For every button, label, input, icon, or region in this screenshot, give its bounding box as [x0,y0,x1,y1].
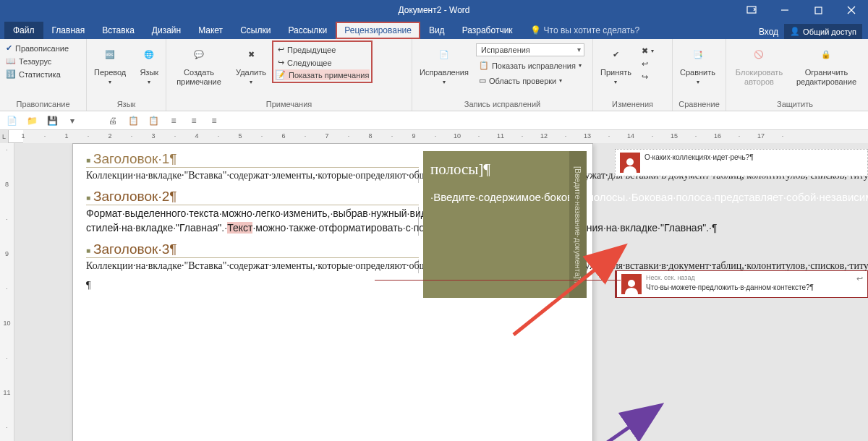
qat-open-icon[interactable]: 📁 [25,114,39,128]
horizontal-ruler[interactable]: L 1·1·2·3·4·5·6·7·8·9·10·11·12·13·14·15·… [0,130,868,143]
restrict-editing-button[interactable]: 🔒Ограничить редактирование [792,42,861,88]
reviewing-pane-label: Область проверки [489,77,556,85]
page: ■Заголовок·1¶ Коллекции·на·вкладке·"Вста… [72,143,593,441]
paragraph-3: Коллекции·на·вкладке·"Вставка"·содержат·… [86,260,419,273]
compare-label: Сравнить [680,68,715,77]
group-comments: 💬Создать примечание ✖Удалить▾ ↩Предыдуще… [166,39,412,111]
qat-paste-icon[interactable]: 📋 [146,114,161,128]
svg-point-6 [628,280,635,287]
next-change-icon: ↪ [642,72,648,82]
qat-alignright-icon[interactable]: ≡ [207,114,221,128]
tell-me-box[interactable]: 💡Что вы хотите сделать? [522,22,649,39]
comment-1[interactable]: О·каких·коллекциях·идет·речь?¶ [615,149,868,176]
comment-1-text: О·каких·коллекциях·идет·речь?¶ [644,153,754,162]
tab-design[interactable]: Дизайн [143,22,190,39]
sidebar-textbox[interactable]: полосы]¶ ·Введите·содержимое·боковой·пол… [423,151,586,298]
show-comments-label: Показать примечания [289,71,369,80]
prev-change-button[interactable]: ↩ [639,58,657,70]
next-icon: ↪ [278,58,284,67]
restrict-icon: 🔒 [814,43,838,67]
share-label: Общий доступ [803,27,856,36]
accept-button[interactable]: ✔Принять▾ [596,42,636,87]
tab-insert[interactable]: Вставка [93,22,143,39]
group-tracking: 📄Исправления▾ Исправления 📋Показать испр… [412,39,593,111]
language-button[interactable]: 🌐Язык▾ [133,42,165,87]
vertical-ruler[interactable]: ·8·9·10·11·12·13·14· [0,143,14,441]
comment-connector-line [375,280,621,281]
group-tracking-label: Запись исправлений [415,98,590,111]
block-authors-label: Блокировать авторов [733,68,785,87]
translate-button[interactable]: 🔤Перевод▾ [90,42,130,87]
tab-references[interactable]: Ссылки [231,22,279,39]
paragraph-2: Формат·выделенного·текста·можно·легко·из… [86,207,419,236]
track-changes-button[interactable]: 📄Исправления▾ [415,42,473,87]
qat-save-icon[interactable]: 💾 [45,114,59,128]
tab-view[interactable]: Вид [420,22,454,39]
share-button[interactable]: 👤Общий доступ [784,24,862,39]
comment-2-time: Неск. сек. назад [646,274,814,281]
tab-layout[interactable]: Макет [190,22,231,39]
thesaurus-label: Тезаурус [19,57,51,66]
show-markup-button[interactable]: 📋Показать исправления▾ [476,59,584,72]
reply-icon[interactable]: ↩ [856,274,863,283]
qat-copy-icon[interactable]: 📋 [126,114,140,128]
thesaurus-button[interactable]: 📖Тезаурус [3,55,72,67]
title-bar: Документ2 - Word [0,0,868,20]
workspace: ·8·9·10·11·12·13·14· ■Заголовок·1¶ Колле… [0,143,868,441]
ribbon-options-icon[interactable] [735,0,768,20]
delete-comment-button[interactable]: ✖Удалить▾ [231,42,271,87]
restrict-editing-label: Ограничить редактирование [796,68,856,87]
pane-icon: ▭ [479,76,486,85]
qat-aligncenter-icon[interactable]: ≡ [187,114,201,128]
tab-mailings[interactable]: Рассылки [279,22,336,39]
compare-icon: 📑 [686,43,710,67]
delete-comment-label: Удалить [236,68,266,77]
maximize-button[interactable] [801,0,835,20]
qat-alignleft-icon[interactable]: ≡ [166,114,181,128]
tab-review[interactable]: Рецензирование [336,22,420,39]
sidebar-title: полосы]¶ [430,155,579,184]
tab-file[interactable]: Файл [4,22,43,39]
group-language-label: Язык [90,98,163,111]
ribbon: ✔Правописание 📖Тезаурус 🔢Статистика Прав… [0,39,868,111]
display-review-combo[interactable]: Исправления [476,43,584,56]
ruler-corner: L [0,130,9,143]
empty-para: ¶ [86,279,419,293]
qat-new-icon[interactable]: 📄 [4,114,19,128]
signin-link[interactable]: Вход [759,27,778,37]
svg-point-5 [626,158,634,166]
next-comment-button[interactable]: ↪Следующее [275,56,370,69]
group-proofing: ✔Правописание 📖Тезаурус 🔢Статистика Прав… [0,39,87,111]
qat-print-icon[interactable]: 🖨 [106,114,120,128]
avatar-icon [621,274,642,294]
group-compare: 📑Сравнить▾ Сравнение [673,39,726,111]
comments-pane: О·каких·коллекциях·идет·речь?¶ Неск. сек… [615,149,868,392]
language-icon: 🌐 [137,43,161,67]
close-button[interactable] [835,0,868,20]
new-comment-button[interactable]: 💬Создать примечание [169,42,229,88]
block-authors-button[interactable]: 🚫Блокировать авторов [729,42,789,88]
reviewing-pane-button[interactable]: ▭Область проверки▾ [476,74,584,87]
track-changes-label: Исправления [420,68,469,77]
document-title: Документ2 - Word [398,5,469,15]
spelling-button[interactable]: ✔Правописание [3,42,72,54]
track-changes-icon: 📄 [433,43,456,67]
group-protect-label: Защитить [729,98,861,111]
tab-home[interactable]: Главная [43,22,94,39]
statistics-button[interactable]: 🔢Статистика [3,68,72,80]
minimize-button[interactable] [768,0,801,20]
accept-icon: ✔ [604,43,627,67]
qat-more-icon[interactable]: ▾ [65,114,80,128]
main-text-column[interactable]: ■Заголовок·1¶ Коллекции·на·вкладке·"Вста… [86,151,419,298]
compare-button[interactable]: 📑Сравнить▾ [676,42,720,87]
translate-label: Перевод [94,68,126,77]
previous-comment-button[interactable]: ↩Предыдущее [275,43,370,56]
sidebar-vertical-label: [Введите·название·документа]¶ [569,151,587,298]
comment-2[interactable]: Неск. сек. назад Что·вы·можете·предложит… [615,270,868,298]
previous-comment-label: Предыдущее [287,46,336,54]
language-label: Язык [140,68,158,77]
next-change-button[interactable]: ↪ [639,71,657,83]
show-comments-button[interactable]: 📝Показать примечания [275,69,370,80]
reject-button[interactable]: ✖▾ [639,45,657,57]
tab-developer[interactable]: Разработчик [454,22,522,39]
